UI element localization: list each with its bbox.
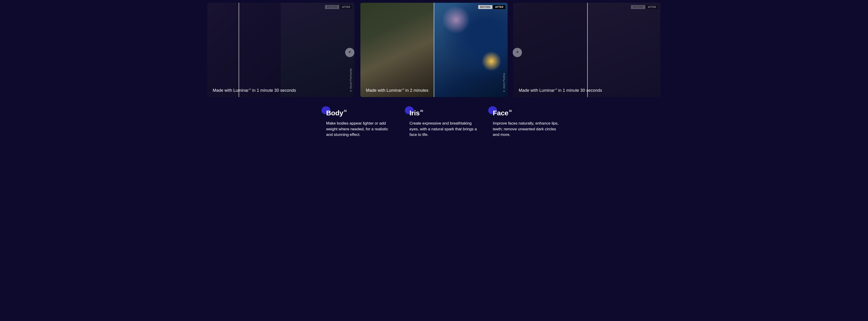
photo-credit: © Javier Pardina: [503, 73, 505, 92]
feature-iris: IrisAI Create expressive and breathtakin…: [409, 109, 479, 138]
card-caption: Made with LuminarAI in 1 minute 30 secon…: [213, 88, 296, 93]
feature-description: Make bodies appear lighter or add weight…: [326, 121, 396, 138]
carousel-card-active[interactable]: BEFORE AFTER Made with LuminarAI in 2 mi…: [361, 3, 507, 97]
comparison-slider-handle[interactable]: [587, 3, 588, 97]
card-caption: Made with LuminarAI in 2 minutes: [366, 88, 429, 93]
carousel-next-button[interactable]: [513, 48, 522, 57]
feature-title: IrisAI: [409, 109, 479, 117]
card-caption: Made with LuminarAI in 1 minute 30 secon…: [519, 88, 602, 93]
before-badge: BEFORE: [631, 5, 645, 9]
before-after-carousel: BEFORE AFTER Made with LuminarAI in 1 mi…: [251, 3, 617, 100]
feature-description: Create expressive and breathtaking eyes,…: [409, 121, 479, 138]
before-badge: BEFORE: [478, 5, 492, 9]
carousel-card[interactable]: BEFORE AFTER Made with LuminarAI in 1 mi…: [207, 3, 354, 97]
card-image: [513, 3, 660, 97]
after-badge: AFTER: [646, 5, 658, 9]
feature-body: BodyAI Make bodies appear lighter or add…: [326, 109, 396, 138]
arrow-right-icon: [515, 50, 519, 55]
arrow-left-icon: [348, 50, 352, 55]
feature-face: FaceAI Improve faces naturally, enhance …: [493, 109, 562, 138]
after-badge: AFTER: [493, 5, 505, 9]
photo-credit: © Aiyush Pachnanda: [349, 68, 352, 92]
feature-title: BodyAI: [326, 109, 396, 117]
feature-title: FaceAI: [493, 109, 562, 117]
carousel-card[interactable]: BEFORE AFTER Made with LuminarAI in 1 mi…: [513, 3, 660, 97]
comparison-slider-handle[interactable]: [239, 3, 239, 97]
comparison-slider-handle[interactable]: [434, 3, 434, 97]
features-row: BodyAI Make bodies appear lighter or add…: [251, 100, 617, 147]
carousel-prev-button[interactable]: [345, 48, 354, 57]
card-image: [207, 3, 354, 97]
before-badge: BEFORE: [325, 5, 339, 9]
after-badge: AFTER: [340, 5, 352, 9]
feature-description: Improve faces naturally, enhance lips, t…: [493, 121, 562, 138]
